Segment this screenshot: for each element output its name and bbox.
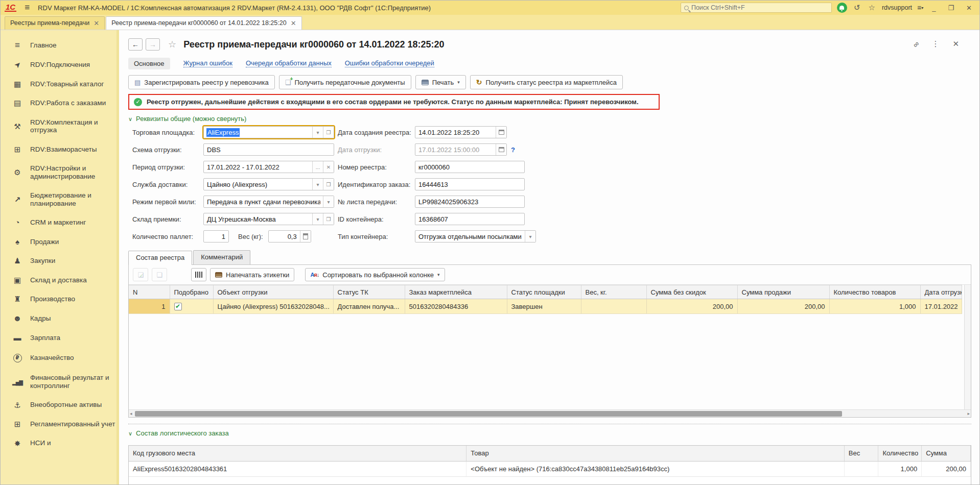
sidebar-item-payroll[interactable]: Зарплата bbox=[1, 328, 119, 348]
scrollbar-thumb[interactable] bbox=[135, 411, 843, 417]
section-general-header[interactable]: Реквизиты общие (можно свернуть) bbox=[128, 115, 979, 123]
service-menu-button[interactable]: ≡▾ bbox=[917, 4, 923, 12]
column-header-status-platform[interactable]: Статус площадки bbox=[507, 285, 581, 299]
tab-comment[interactable]: Комментарий bbox=[193, 250, 250, 264]
sidebar-item-treasury[interactable]: Казначейство bbox=[1, 347, 119, 368]
shipping-period-field[interactable]: 17.01.2022 - 17.01.2022 ... ✕ bbox=[203, 161, 334, 173]
order-id-field[interactable]: 16444613 bbox=[415, 178, 525, 190]
column-header-sum-sale[interactable]: Сумма продажи bbox=[737, 285, 829, 299]
cell-qty[interactable]: 1,000 bbox=[878, 461, 922, 476]
sidebar-item-rdv-connections[interactable]: RDV:Подключения bbox=[1, 55, 119, 75]
print-button[interactable]: Печать ▾ bbox=[415, 75, 466, 89]
help-icon[interactable]: ? bbox=[511, 146, 515, 154]
calendar-icon[interactable] bbox=[496, 127, 506, 138]
cell-ship-date[interactable]: 17.01.2022 bbox=[920, 299, 962, 314]
calculator-icon[interactable] bbox=[300, 231, 311, 242]
column-header-sum-no-discount[interactable]: Сумма без скидок bbox=[646, 285, 737, 299]
cell-product[interactable]: <Объект не найден> (716:ca830cc47a343808… bbox=[466, 461, 845, 476]
global-search[interactable] bbox=[681, 3, 832, 13]
table-row[interactable]: 1 ✔ Цайняо (Aliexpress) 501632028048... … bbox=[129, 299, 962, 314]
sidebar-item-purchases[interactable]: Закупки bbox=[1, 251, 119, 271]
close-window-button[interactable]: ✕ bbox=[963, 4, 975, 12]
cell-sum-no-discount[interactable]: 200,00 bbox=[646, 299, 737, 314]
cell-cargo-code[interactable]: AliExpress50163202804843361 bbox=[129, 461, 466, 476]
search-input[interactable] bbox=[691, 4, 828, 11]
register-registry-button[interactable]: ▤ Зарегистрировать реестр у перевозчика bbox=[128, 75, 275, 89]
transfer-sheet-field[interactable]: LP99824025906323 bbox=[415, 196, 525, 208]
nav-link-data-queues[interactable]: Очереди обработки данных bbox=[246, 59, 332, 67]
column-header-n[interactable]: N bbox=[129, 285, 170, 299]
more-icon[interactable]: ⋮ bbox=[931, 39, 939, 48]
trading-platform-field[interactable]: AliExpress ▾ ❐ bbox=[203, 126, 334, 138]
get-transfer-docs-button[interactable]: ❏+ Получить передаточные документы bbox=[279, 75, 411, 89]
column-header-weight[interactable]: Вес, кг. bbox=[581, 285, 646, 299]
container-id-field[interactable]: 16368607 bbox=[415, 213, 525, 225]
nav-link-queue-errors[interactable]: Ошибки обработки очередей bbox=[345, 59, 434, 67]
maximize-button[interactable]: ❐ bbox=[944, 4, 958, 12]
column-header-order[interactable]: Заказ маркетплейса bbox=[405, 285, 507, 299]
sort-by-column-button[interactable]: Ая↓ Сортировать по выбранной колонке ▾ bbox=[305, 268, 445, 281]
column-header-sum[interactable]: Сумма bbox=[922, 446, 971, 461]
sidebar-item-rdv-settlements[interactable]: RDV:Взаиморасчеты bbox=[1, 140, 119, 159]
cell-weight[interactable] bbox=[844, 461, 878, 476]
sidebar-item-nsi[interactable]: НСИ и bbox=[1, 433, 119, 453]
shipping-scheme-field[interactable]: DBS bbox=[203, 143, 334, 156]
close-form-icon[interactable]: ✕ bbox=[952, 39, 959, 48]
checkbox-checked-icon[interactable]: ✔ bbox=[174, 303, 182, 310]
dropdown-arrow-icon[interactable]: ▾ bbox=[312, 213, 323, 225]
mark-pages-button[interactable]: ❏ bbox=[133, 268, 148, 281]
created-date-field[interactable]: 14.01.2022 18:25:20 bbox=[415, 126, 507, 138]
cell-n[interactable]: 1 bbox=[129, 299, 170, 314]
weight-field[interactable]: 0,3 bbox=[268, 230, 311, 243]
open-value-icon[interactable]: ❐ bbox=[323, 213, 334, 225]
column-header-ship-date[interactable]: Дата отгрузки bbox=[920, 285, 962, 299]
column-header-object[interactable]: Объект отгрузки bbox=[213, 285, 333, 299]
tab-registry-document[interactable]: Реестр приема-передачи кг0000060 от 14.0… bbox=[106, 16, 301, 30]
tab-registry-content[interactable]: Состав реестра bbox=[128, 251, 192, 265]
notifications-button[interactable] bbox=[837, 3, 847, 13]
cell-object[interactable]: Цайняо (Aliexpress) 501632028048... bbox=[213, 299, 333, 314]
barcode-scan-button[interactable] bbox=[191, 268, 206, 281]
dropdown-arrow-icon[interactable]: ▾ bbox=[312, 179, 323, 190]
sidebar-item-sales[interactable]: Продажи bbox=[1, 232, 119, 252]
sidebar-item-crm[interactable]: CRM и маркетинг bbox=[1, 213, 119, 232]
cell-qty[interactable]: 1,000 bbox=[829, 299, 920, 314]
dropdown-arrow-icon[interactable]: ▾ bbox=[525, 231, 535, 242]
column-header-picked[interactable]: Подобрано bbox=[170, 285, 213, 299]
tab-close-icon[interactable]: ✕ bbox=[94, 19, 99, 27]
cell-sum-sale[interactable]: 200,00 bbox=[737, 299, 829, 314]
tab-registries-list[interactable]: Реестры приема-передачи ✕ bbox=[5, 16, 105, 30]
cell-order[interactable]: 5016320280484336 bbox=[405, 299, 507, 314]
horizontal-scrollbar[interactable]: ◂ ▸ bbox=[129, 409, 971, 417]
dropdown-arrow-icon[interactable]: ▾ bbox=[312, 127, 323, 138]
back-button[interactable]: ← bbox=[128, 38, 143, 51]
scroll-right-icon[interactable]: ▸ bbox=[967, 411, 970, 416]
copy-pages-button[interactable]: ❏ bbox=[152, 268, 167, 281]
column-header-qty[interactable]: Количество товаров bbox=[829, 285, 920, 299]
forward-button[interactable]: → bbox=[146, 38, 160, 51]
cell-status-platform[interactable]: Завершен bbox=[507, 299, 581, 314]
column-header-status-tk[interactable]: Статус ТК bbox=[333, 285, 405, 299]
cell-weight[interactable] bbox=[581, 299, 646, 314]
scroll-left-icon[interactable]: ◂ bbox=[130, 411, 132, 416]
nav-link-error-log[interactable]: Журнал ошибок bbox=[183, 59, 232, 67]
pallet-count-field[interactable]: 1 bbox=[203, 230, 229, 243]
column-header-weight[interactable]: Вес bbox=[844, 446, 878, 461]
delivery-service-field[interactable]: Цайняо (Aliexpress) ▾ ❐ bbox=[203, 178, 334, 190]
column-header-qty[interactable]: Количество bbox=[878, 446, 922, 461]
favorites-star-icon[interactable]: ☆ bbox=[867, 3, 877, 12]
clear-icon[interactable]: ✕ bbox=[323, 161, 334, 173]
sidebar-item-hr[interactable]: Кадры bbox=[1, 309, 119, 328]
sidebar-item-rdv-catalog[interactable]: RDV:Товарный каталог bbox=[1, 75, 119, 94]
registry-number-field[interactable]: кг0000060 bbox=[415, 161, 525, 173]
sidebar-item-rdv-shipping[interactable]: RDV:Комплектация и отгрузка bbox=[1, 113, 119, 140]
section-logistics-header[interactable]: Состав логистического заказа bbox=[128, 429, 979, 437]
print-labels-button[interactable]: Напечатать этикетки bbox=[210, 268, 294, 281]
history-icon[interactable]: ↺ bbox=[852, 3, 862, 12]
column-header-product[interactable]: Товар bbox=[466, 446, 845, 461]
cell-picked[interactable]: ✔ bbox=[170, 299, 213, 314]
cell-status-tk[interactable]: Доставлен получа... bbox=[333, 299, 405, 314]
cell-sum[interactable]: 200,00 bbox=[922, 461, 971, 476]
main-menu-icon[interactable] bbox=[21, 3, 33, 13]
container-type-field[interactable]: Отгрузка отдельными посылками ▾ bbox=[415, 230, 536, 243]
